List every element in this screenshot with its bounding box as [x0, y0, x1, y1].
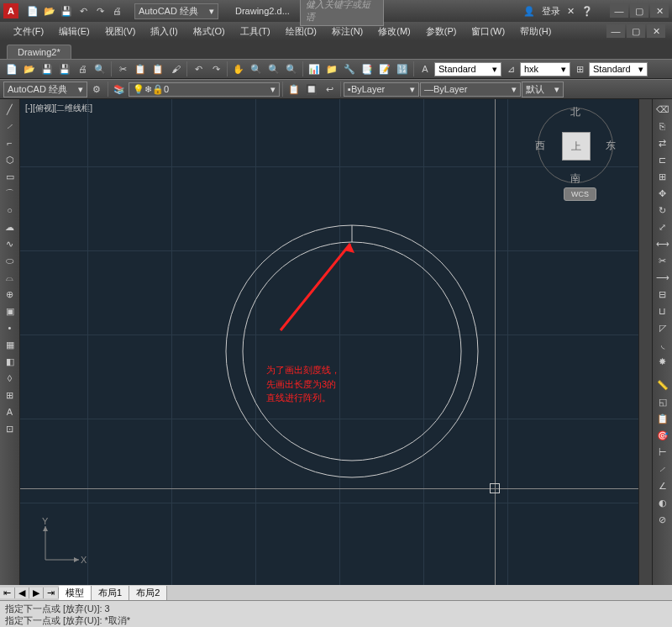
ellipsearc-icon[interactable]: ⌓ — [1, 269, 19, 286]
linetype-combo[interactable]: — ByLayer▾ — [420, 82, 521, 97]
gradient-icon[interactable]: ◧ — [1, 353, 19, 370]
list-icon[interactable]: 📋 — [654, 410, 672, 427]
tab-first-icon[interactable]: ⇤ — [0, 587, 15, 598]
array-icon[interactable]: ⊞ — [654, 168, 672, 185]
area-icon[interactable]: ◱ — [654, 393, 672, 410]
workspace-combo[interactable]: AutoCAD 经典▾ — [3, 82, 87, 97]
maximize-button[interactable]: ▢ — [630, 4, 648, 18]
help-search-input[interactable]: 健入关键字或短语 — [300, 0, 384, 26]
match-icon[interactable]: 🖌 — [167, 61, 184, 77]
open-icon[interactable]: 📂 — [21, 61, 38, 77]
workspace-selector[interactable]: AutoCAD 经典▾ — [134, 3, 218, 19]
menu-view[interactable]: 视图(V) — [98, 24, 143, 40]
properties-icon[interactable]: 📊 — [306, 61, 323, 77]
move-icon[interactable]: ✥ — [654, 185, 672, 202]
menu-file[interactable]: 文件(F) — [7, 24, 50, 40]
fillet-icon[interactable]: ◟ — [654, 336, 672, 353]
qat-redo[interactable]: ↷ — [92, 3, 108, 18]
dimstyle-combo[interactable]: hxk▾ — [520, 62, 570, 76]
saveas-icon[interactable]: 💾 — [56, 61, 73, 77]
menu-modify[interactable]: 修改(M) — [371, 24, 417, 40]
doc-minimize-button[interactable]: — — [606, 24, 625, 38]
layer-prev-icon[interactable]: ↩ — [321, 81, 338, 97]
tab-last-icon[interactable]: ⇥ — [44, 587, 59, 598]
copy-obj-icon[interactable]: ⎘ — [654, 118, 672, 134]
dim-radius-icon[interactable]: ◐ — [654, 494, 672, 511]
layer-state-icon[interactable]: 📋 — [286, 81, 302, 97]
qat-save[interactable]: 💾 — [59, 3, 74, 18]
tab-model[interactable]: 模型 — [59, 586, 92, 600]
menu-format[interactable]: 格式(O) — [186, 24, 232, 40]
table-icon[interactable]: ⊞ — [1, 387, 19, 403]
qat-print[interactable]: 🖨 — [109, 3, 124, 18]
menu-edit[interactable]: 编辑(E) — [52, 24, 97, 40]
login-link[interactable]: 登录 — [542, 5, 560, 18]
sheet-icon[interactable]: 📑 — [359, 61, 375, 77]
close-button[interactable]: ✕ — [650, 4, 669, 18]
hatch-icon[interactable]: ▦ — [1, 336, 19, 353]
dim-linear-icon[interactable]: ⊢ — [654, 444, 672, 461]
tab-prev-icon[interactable]: ◀ — [15, 587, 29, 598]
circle-icon[interactable]: ○ — [1, 202, 19, 219]
layer-combo[interactable]: 💡❄🔒 0▾ — [129, 82, 280, 97]
menu-tools[interactable]: 工具(T) — [234, 24, 277, 40]
mirror-icon[interactable]: ⇄ — [654, 134, 672, 151]
tab-next-icon[interactable]: ▶ — [29, 587, 44, 598]
polygon-icon[interactable]: ⬡ — [1, 151, 19, 168]
line-icon[interactable]: ╱ — [1, 101, 19, 118]
zoom-win-icon[interactable]: 🔍 — [283, 61, 300, 77]
doc-close-button[interactable]: ✕ — [647, 24, 665, 38]
help-icon[interactable]: ❔ — [581, 6, 593, 17]
erase-icon[interactable]: ⌫ — [654, 101, 672, 118]
dim-angular-icon[interactable]: ∠ — [654, 477, 672, 494]
color-combo[interactable]: ▪ ByLayer▾ — [344, 82, 419, 97]
menu-draw[interactable]: 绘图(D) — [279, 24, 323, 40]
id-icon[interactable]: 🎯 — [654, 427, 672, 444]
exchange-icon[interactable]: ✕ — [567, 6, 575, 17]
designcenter-icon[interactable]: 📁 — [323, 61, 340, 77]
mtext-icon[interactable]: A — [1, 403, 19, 420]
viewcube-top[interactable]: 上 — [562, 132, 591, 161]
xline-icon[interactable]: ⟋ — [1, 118, 19, 134]
layer-props-icon[interactable]: 📚 — [111, 81, 128, 97]
command-window[interactable]: 指定下一点或 [放弃(U)]: 3 指定下一点或 [放弃(U)]: *取消* ▸… — [0, 600, 672, 627]
layer-iso-icon[interactable]: 🔲 — [303, 81, 320, 97]
rectangle-icon[interactable]: ▭ — [1, 168, 19, 185]
plot-icon[interactable]: 🖨 — [74, 61, 91, 77]
tablestyle-combo[interactable]: Standard▾ — [589, 62, 648, 76]
new-icon[interactable]: 📄 — [3, 61, 20, 77]
spline-icon[interactable]: ∿ — [1, 235, 19, 252]
drawing-viewport[interactable]: [-][俯视][二维线框] 为了画出刻度线， 先画出长度为3的 直线进行阵列。 — [20, 99, 638, 585]
document-tab[interactable]: Drawing2* — [7, 45, 71, 59]
lineweight-combo[interactable]: 默认▾ — [522, 82, 564, 97]
preview-icon[interactable]: 🔍 — [92, 61, 108, 77]
point-icon[interactable]: • — [1, 319, 19, 336]
textstyle-icon[interactable]: A — [417, 61, 433, 77]
cut-icon[interactable]: ✂ — [114, 61, 131, 77]
view-cube[interactable]: 北 南 东 西 上 — [538, 108, 613, 183]
menu-help[interactable]: 帮助(H) — [513, 24, 558, 40]
calc-icon[interactable]: 🔢 — [394, 61, 411, 77]
qat-new[interactable]: 📄 — [25, 3, 40, 18]
copy-icon[interactable]: 📋 — [132, 61, 149, 77]
menu-param[interactable]: 参数(P) — [419, 24, 464, 40]
menu-dim[interactable]: 标注(N) — [325, 24, 370, 40]
vertical-scrollbar[interactable] — [638, 99, 652, 585]
menu-window[interactable]: 窗口(W) — [465, 24, 512, 40]
menu-insert[interactable]: 插入(I) — [144, 24, 184, 40]
undo-icon[interactable]: ↶ — [190, 61, 207, 77]
stretch-icon[interactable]: ⟷ — [654, 235, 672, 252]
save-icon[interactable]: 💾 — [39, 61, 55, 77]
block-icon[interactable]: ▣ — [1, 303, 19, 319]
revcloud-icon[interactable]: ☁ — [1, 219, 19, 235]
dimstyle-icon[interactable]: ⊿ — [502, 61, 519, 77]
join-icon[interactable]: ⊔ — [654, 303, 672, 319]
trim-icon[interactable]: ✂ — [654, 252, 672, 269]
paste-icon[interactable]: 📋 — [150, 61, 166, 77]
toolpalette-icon[interactable]: 🔧 — [341, 61, 358, 77]
doc-maximize-button[interactable]: ▢ — [627, 24, 645, 38]
scale-icon[interactable]: ⤢ — [654, 219, 672, 235]
rotate-icon[interactable]: ↻ — [654, 202, 672, 219]
arc-icon[interactable]: ⌒ — [1, 185, 19, 202]
addselected-icon[interactable]: ⊡ — [1, 420, 19, 437]
